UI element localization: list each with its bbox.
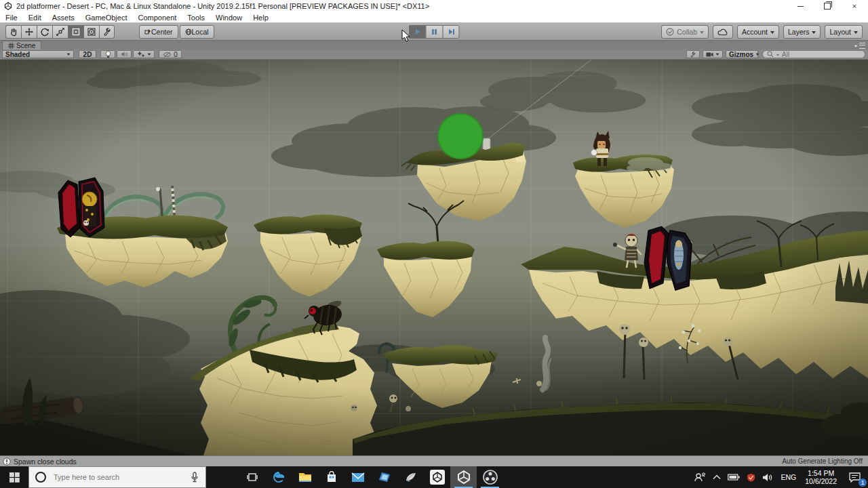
- taskbar-app-unity-hub[interactable]: [424, 466, 450, 488]
- layers-dropdown[interactable]: Layers: [783, 25, 821, 39]
- scene-visibility-toggle[interactable]: 0: [159, 50, 182, 58]
- scene-canvas[interactable]: [0, 60, 868, 455]
- mail-icon: [351, 472, 365, 483]
- clock-date: 10/6/2022: [805, 477, 837, 485]
- 2d-toggle-button[interactable]: 2D: [79, 50, 96, 58]
- clock[interactable]: 1:54 PM 10/6/2022: [801, 469, 841, 485]
- menu-edit[interactable]: Edit: [23, 14, 47, 22]
- layout-dropdown[interactable]: Layout: [825, 25, 863, 39]
- pivot-icon: [144, 28, 151, 35]
- speaker-muted-icon: [121, 51, 128, 58]
- pane-menu-button[interactable]: [854, 42, 865, 49]
- cloud-icon: [717, 28, 728, 36]
- taskbar-app-explorer[interactable]: [292, 466, 318, 488]
- draw-mode-label: Shaded: [5, 51, 30, 58]
- minimize-button[interactable]: [787, 0, 814, 12]
- search-input[interactable]: [52, 472, 184, 482]
- rotate-tool-button[interactable]: [37, 25, 52, 39]
- hand-tool-button[interactable]: [5, 25, 21, 39]
- taskbar-app-connect[interactable]: [371, 466, 397, 488]
- account-dropdown[interactable]: Account: [737, 25, 779, 39]
- battery-indicator[interactable]: [724, 466, 743, 488]
- start-button[interactable]: [0, 466, 28, 488]
- transform-tool-icon: [87, 27, 96, 37]
- rect-tool-button[interactable]: [68, 25, 83, 39]
- menu-window[interactable]: Window: [210, 14, 248, 22]
- microphone-icon[interactable]: [191, 472, 199, 483]
- file-explorer-icon: [298, 472, 312, 483]
- menu-help[interactable]: Help: [248, 14, 274, 22]
- menu-file[interactable]: File: [0, 14, 23, 22]
- tab-scene[interactable]: Scene: [2, 41, 41, 49]
- pivot-mode-label: Center: [151, 28, 173, 36]
- tab-scene-label: Scene: [16, 42, 35, 49]
- auto-lighting-status[interactable]: Auto Generate Lighting Off: [782, 458, 863, 465]
- layers-label: Layers: [788, 28, 810, 36]
- collab-button[interactable]: Collab: [661, 25, 709, 39]
- taskbar-app-unity-editor[interactable]: [450, 466, 477, 488]
- windows-logo-icon: [9, 472, 20, 483]
- scale-tool-button[interactable]: [52, 25, 68, 39]
- gizmos-dropdown[interactable]: Gizmos: [726, 50, 758, 58]
- taskbar: ENG 1:54 PM 10/6/2022 1: [0, 466, 868, 488]
- camera-caret-icon: [716, 54, 719, 58]
- volume-button[interactable]: [759, 466, 776, 488]
- people-button[interactable]: [690, 466, 709, 488]
- step-button[interactable]: [443, 25, 460, 39]
- pane-menu-lines-icon: [859, 43, 865, 49]
- eye-hidden-icon: [163, 52, 172, 58]
- restore-button[interactable]: [814, 0, 841, 12]
- menu-gameobject[interactable]: GameObject: [80, 14, 133, 22]
- pause-icon: [430, 27, 439, 37]
- cloud-button[interactable]: [713, 25, 733, 39]
- unity-editor-icon: [456, 469, 472, 485]
- play-button[interactable]: [409, 25, 426, 39]
- taskbar-app-feather[interactable]: [397, 466, 424, 488]
- window-titlebar: 2d platformer - Desert - PC, Mac & Linux…: [0, 0, 868, 12]
- draw-mode-caret-icon: [67, 54, 71, 58]
- feather-app-icon: [405, 472, 417, 483]
- transform-tool-button[interactable]: [83, 25, 99, 39]
- menu-tools[interactable]: Tools: [182, 14, 210, 22]
- globe-icon: [185, 28, 192, 35]
- taskbar-app-store[interactable]: [318, 466, 344, 488]
- menu-component[interactable]: Component: [132, 14, 182, 22]
- taskbar-search[interactable]: [28, 466, 206, 488]
- scene-camera-dropdown[interactable]: [703, 50, 723, 58]
- effects-stars-icon: [137, 51, 145, 58]
- security-tray-icon[interactable]: [743, 466, 759, 488]
- scene-audio-toggle[interactable]: [117, 50, 132, 58]
- console-status-message[interactable]: Spawn close clouds: [14, 458, 77, 466]
- custom-tool-button[interactable]: [99, 25, 115, 39]
- layout-caret-icon: [854, 31, 858, 36]
- scene-viewport[interactable]: [0, 60, 868, 455]
- space-mode-button[interactable]: Local: [180, 25, 214, 39]
- scene-effects-dropdown[interactable]: [133, 50, 155, 58]
- action-center-button[interactable]: 1: [841, 466, 868, 488]
- taskbar-app-edge[interactable]: [265, 466, 292, 488]
- close-button[interactable]: ×: [841, 0, 868, 12]
- grid-icon: [8, 43, 14, 49]
- tray-expand-button[interactable]: [709, 466, 724, 488]
- play-icon: [413, 27, 422, 37]
- pivot-mode-button[interactable]: Center: [139, 25, 178, 39]
- taskbar-app-mail[interactable]: [344, 466, 371, 488]
- status-bar[interactable]: Spawn close clouds Auto Generate Lightin…: [0, 455, 868, 466]
- menu-assets[interactable]: Assets: [47, 14, 80, 22]
- scene-control-bar: Shaded 2D 0 Gizmos All: [0, 49, 868, 60]
- main-toolbar: Center Local Collab Account: [0, 23, 868, 41]
- move-icon: [24, 27, 34, 37]
- search-caret-icon: [776, 54, 779, 58]
- red-shield-icon: [747, 473, 755, 482]
- clock-time: 1:54 PM: [805, 469, 837, 477]
- draw-mode-dropdown[interactable]: Shaded: [2, 50, 74, 58]
- move-tool-button[interactable]: [21, 25, 37, 39]
- pause-button[interactable]: [426, 25, 443, 39]
- scene-search-field[interactable]: All: [762, 50, 865, 58]
- scene-lighting-toggle[interactable]: [100, 50, 115, 58]
- scene-tools-button[interactable]: [686, 50, 700, 58]
- taskbar-app-obs[interactable]: [477, 466, 503, 488]
- language-indicator[interactable]: ENG: [776, 473, 802, 481]
- task-view-button[interactable]: [239, 466, 265, 488]
- camera-icon: [706, 52, 713, 58]
